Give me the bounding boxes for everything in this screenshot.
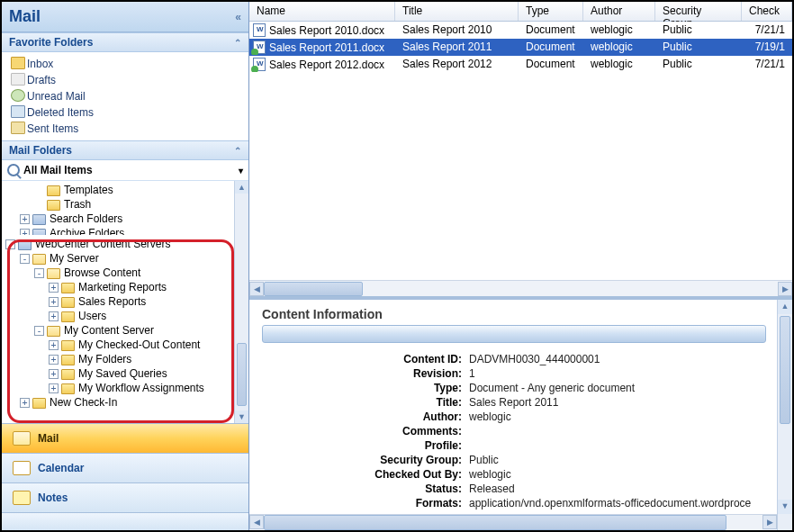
dropdown-arrow-icon[interactable]: ▾ xyxy=(239,166,243,176)
tree-node[interactable]: -My Server xyxy=(2,251,234,266)
detail-vscrollbar[interactable]: ▲ ▼ xyxy=(777,300,792,530)
nav-notes-button[interactable]: Notes xyxy=(2,482,248,512)
favorite-drafts[interactable]: Drafts xyxy=(7,72,243,88)
expand-icon[interactable]: + xyxy=(49,383,59,393)
column-header[interactable]: Author xyxy=(583,2,655,21)
scroll-thumb[interactable] xyxy=(264,282,363,296)
field-label: Comments: xyxy=(262,425,469,437)
table-row[interactable]: Sales Report 2010.docxSales Report 2010D… xyxy=(249,22,792,39)
section-label: Mail Folders xyxy=(9,144,72,157)
column-header[interactable]: Security Group xyxy=(655,2,742,21)
scroll-down-icon[interactable]: ▼ xyxy=(235,410,248,423)
expand-icon[interactable]: + xyxy=(49,283,59,293)
collapse-icon[interactable]: « xyxy=(235,11,239,23)
favorite-sent[interactable]: Sent Items xyxy=(7,121,243,137)
collapse-icon[interactable]: - xyxy=(20,254,30,264)
collapse-icon[interactable]: - xyxy=(5,239,15,249)
detail-field: Status:Released xyxy=(262,482,766,496)
scroll-thumb[interactable] xyxy=(237,343,247,406)
field-value: weblogic xyxy=(469,468,766,481)
expand-icon[interactable]: + xyxy=(49,369,59,379)
tree-node[interactable]: -Browse Content xyxy=(2,266,234,280)
detail-field: Profile: xyxy=(262,438,766,453)
expand-icon[interactable]: + xyxy=(20,229,30,235)
favorite-unread[interactable]: Unread Mail xyxy=(7,88,243,104)
table-row[interactable]: Sales Report 2012.docxSales Report 2012D… xyxy=(249,56,792,73)
tree-label: Trash xyxy=(64,198,91,211)
tree-scrollbar[interactable]: ▲ ▼ xyxy=(234,181,248,423)
document-icon xyxy=(253,58,266,71)
nav-mail-button[interactable]: Mail xyxy=(2,423,248,453)
scroll-left-icon[interactable]: ◀ xyxy=(249,515,264,529)
detail-field: Checked Out By:weblogic xyxy=(262,467,766,482)
section-favorite-folders[interactable]: Favorite Folders ⌃ xyxy=(2,32,248,52)
tree-node[interactable]: +Search Folders xyxy=(2,212,234,226)
tree-node[interactable]: +Sales Reports xyxy=(2,294,234,309)
column-header[interactable]: Name xyxy=(249,2,395,21)
expand-icon[interactable]: + xyxy=(20,214,30,224)
scroll-up-icon[interactable]: ▲ xyxy=(235,181,248,194)
tree-node[interactable]: +My Folders xyxy=(2,352,234,366)
cal-icon xyxy=(13,461,31,475)
tree-node[interactable]: -My Content Server xyxy=(2,323,234,338)
cell-title: Sales Report 2011 xyxy=(395,40,519,55)
detail-field: Author:weblogic xyxy=(262,410,766,424)
folder-icon xyxy=(47,268,60,279)
tree-node[interactable]: +My Saved Queries xyxy=(2,366,234,381)
scroll-up-icon[interactable]: ▲ xyxy=(778,300,792,314)
all-mail-items[interactable]: All Mail Items ▾ xyxy=(2,160,248,181)
cell-type: Document xyxy=(519,40,583,55)
detail-hscrollbar[interactable]: ◀ ▶ xyxy=(249,514,777,530)
expand-icon[interactable]: + xyxy=(49,297,59,307)
expand-icon[interactable]: + xyxy=(20,398,30,408)
detail-toolbar[interactable] xyxy=(262,325,766,343)
favorite-deleted[interactable]: Deleted Items xyxy=(7,104,243,121)
cell-title: Sales Report 2012 xyxy=(395,57,519,72)
tree-node[interactable]: +Users xyxy=(2,309,234,323)
tree-node[interactable]: +My Workflow Assignments xyxy=(2,381,234,395)
search-icon xyxy=(7,164,20,176)
folder-icon xyxy=(61,283,75,293)
section-mail-folders[interactable]: Mail Folders ⌃ xyxy=(2,140,248,160)
favorite-inbox[interactable]: Inbox xyxy=(7,56,243,72)
table-row[interactable]: Sales Report 2011.docxSales Report 2011D… xyxy=(249,39,792,56)
tree-node[interactable]: +Marketing Reports xyxy=(2,280,234,294)
tree-label: My Folders xyxy=(78,353,131,365)
field-value: Document - Any generic document xyxy=(469,382,766,394)
tree-node[interactable]: -WebCenter Content Servers xyxy=(2,237,234,251)
tree-node[interactable]: +New Check-In xyxy=(2,395,234,410)
scroll-right-icon[interactable]: ▶ xyxy=(762,515,777,529)
tree-label: My Checked-Out Content xyxy=(78,338,200,351)
expand-icon[interactable]: + xyxy=(49,355,59,365)
column-header[interactable]: Type xyxy=(519,2,583,21)
scroll-down-icon[interactable]: ▼ xyxy=(778,500,792,514)
nav-cal-button[interactable]: Calendar xyxy=(2,453,248,482)
column-header[interactable]: Check xyxy=(742,2,792,21)
tree-node[interactable]: Templates xyxy=(2,183,234,197)
scroll-thumb[interactable] xyxy=(780,316,790,424)
app-title: Mail xyxy=(9,7,41,26)
tree-node[interactable]: +Archive Folders xyxy=(2,226,234,235)
tree-body: TemplatesTrash+Search Folders+Archive Fo… xyxy=(2,181,234,423)
grid-hscrollbar[interactable]: ◀ ▶ xyxy=(249,280,792,296)
expand-icon[interactable]: + xyxy=(49,311,59,321)
collapse-icon[interactable]: - xyxy=(34,268,44,278)
tree-label: My Workflow Assignments xyxy=(78,382,204,394)
scroll-left-icon[interactable]: ◀ xyxy=(249,282,264,296)
folder-icon xyxy=(61,297,75,308)
folder-icon xyxy=(61,355,75,365)
scroll-track[interactable] xyxy=(264,515,762,530)
detail-heading: Content Information xyxy=(262,307,766,321)
scroll-thumb[interactable] xyxy=(264,515,726,530)
notes-icon xyxy=(13,491,31,505)
tree-label: WebCenter Content Servers xyxy=(35,238,171,250)
tree-node[interactable]: Trash xyxy=(2,197,234,212)
collapse-icon[interactable]: - xyxy=(34,326,44,336)
scroll-right-icon[interactable]: ▶ xyxy=(778,282,792,296)
tree-node[interactable]: +My Checked-Out Content xyxy=(2,338,234,352)
scroll-track[interactable] xyxy=(264,282,778,296)
expand-icon[interactable]: + xyxy=(49,340,59,350)
field-label: Profile: xyxy=(262,439,469,452)
field-label: Author: xyxy=(262,410,469,423)
column-header[interactable]: Title xyxy=(395,2,519,21)
